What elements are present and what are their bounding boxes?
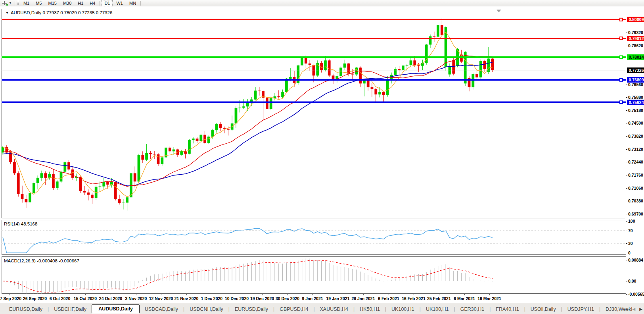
price-axis-tick: 0.72440 xyxy=(628,160,643,164)
time-axis-tick xyxy=(212,294,212,295)
price-badge: 0.75624 xyxy=(627,100,644,105)
timeframe-button-m30[interactable]: M30 xyxy=(60,0,74,6)
date-label: 16 Mar 2021 xyxy=(477,296,501,301)
top-toolbar: ▼ M1M5M15M30H1H4D1W1MN xyxy=(0,0,644,6)
timeframe-button-m15[interactable]: M15 xyxy=(45,0,59,6)
date-label: 6 Mar 2021 xyxy=(454,296,475,301)
mt4-chart-window: { "toolbar": { "tool_icon": "crosshair-c… xyxy=(0,0,644,314)
tab-uk100-h1[interactable]: UK100,H1 xyxy=(421,305,454,313)
macd-indicator-panel[interactable] xyxy=(2,256,626,294)
price-axis-tick: 0.75880 xyxy=(628,95,643,100)
tab-audusd-daily[interactable]: AUDUSD,Daily xyxy=(92,304,140,313)
tab-fra40-h1[interactable]: FRA40,H1 xyxy=(491,305,524,313)
tab-usdjpy-h1[interactable]: USDJPY,H1 xyxy=(562,305,599,313)
time-axis-tick xyxy=(186,294,187,295)
time-axis-tick xyxy=(312,294,313,295)
price-badge: 0.78014 xyxy=(627,54,644,60)
tab-hk50-h1[interactable]: HK50,H1 xyxy=(355,305,385,313)
time-axis-tick xyxy=(10,294,10,295)
tab-xauusd-h4[interactable]: XAUUSD,H4 xyxy=(315,305,354,313)
date-label: 30 Dec 2020 xyxy=(276,296,299,301)
tab-gbpusd-h4[interactable]: GBPUSD,H4 xyxy=(274,305,313,313)
time-axis-tick xyxy=(338,294,338,295)
chevron-down-icon[interactable]: ▼ xyxy=(9,1,12,5)
date-label: 6 Feb 2021 xyxy=(378,296,399,301)
date-label: 1 Dec 2020 xyxy=(201,296,222,301)
chart-tab-bar: EURUSD,Daily|USDCHF,DailyAUDUSD,DailyUSD… xyxy=(0,303,644,314)
rsi-axis-tick: 30 xyxy=(628,241,633,246)
price-badge: 0.77326 xyxy=(627,67,644,73)
timeframe-button-m1[interactable]: M1 xyxy=(21,0,32,6)
tab-eurusd-daily[interactable]: EURUSD,Daily xyxy=(4,305,48,313)
price-axis-tick: 0.74500 xyxy=(628,121,643,125)
toolbar-grip[interactable] xyxy=(17,1,19,6)
time-axis-tick xyxy=(288,294,288,295)
price-axis-tick: 0.70380 xyxy=(628,198,643,203)
date-label: 28 Jan 2021 xyxy=(352,296,375,301)
date-label: 26 Sep 2020 xyxy=(23,296,47,301)
macd-label: MACD(12,26,9) -0.000408 -0.000667 xyxy=(4,258,79,263)
crosshair-tool-icon[interactable] xyxy=(1,1,8,6)
date-label: 15 Oct 2020 xyxy=(74,296,97,301)
toolbar-separator xyxy=(100,1,100,6)
macd-axis-tick: 0.00 xyxy=(628,279,636,283)
time-axis-tick xyxy=(262,294,263,295)
timeframe-button-w1[interactable]: W1 xyxy=(113,0,126,6)
price-badge: 0.76809 xyxy=(627,77,644,83)
date-label: 24 Oct 2020 xyxy=(99,296,122,301)
date-label: 3 Nov 2020 xyxy=(125,296,147,301)
macd-axis-tick: 0.00884 xyxy=(628,258,643,262)
rsi-axis-tick: 100 xyxy=(628,219,635,223)
chart-shift-marker-icon[interactable] xyxy=(496,10,501,12)
timeframe-button-d1[interactable]: D1 xyxy=(102,0,113,6)
price-axis-tick: 0.73120 xyxy=(628,147,643,152)
time-axis-tick xyxy=(35,294,35,295)
tab-usdcnh-daily[interactable]: USDCNH,Daily xyxy=(184,305,228,313)
tab-scroll-right-icon[interactable]: ▶ xyxy=(639,307,642,311)
time-axis-tick xyxy=(85,294,86,295)
date-label: 12 Nov 2020 xyxy=(149,296,173,301)
time-axis-tick xyxy=(439,294,439,295)
toolbar-separator xyxy=(140,1,141,6)
tab-usoil-daily[interactable]: USOil,Daily xyxy=(525,305,561,313)
price-axis-line xyxy=(626,9,626,302)
date-label: 6 Oct 2020 xyxy=(50,296,71,301)
time-axis-tick xyxy=(363,294,364,295)
rsi-label: RSI(14) 48.5168 xyxy=(4,222,37,226)
timeframe-button-mn[interactable]: MN xyxy=(126,0,139,6)
date-label: 10 Dec 2020 xyxy=(225,296,249,301)
timeframe-button-h1[interactable]: H1 xyxy=(75,0,86,6)
date-label: 19 Jan 2021 xyxy=(326,296,350,301)
tab-ger30-h1[interactable]: GER30,H1 xyxy=(455,305,489,313)
price-axis-tick: 0.78620 xyxy=(628,43,643,48)
price-axis-tick: 0.69700 xyxy=(628,212,643,216)
time-axis-tick xyxy=(136,294,136,295)
date-label: 25 Feb 2021 xyxy=(427,296,451,301)
date-label: 9 Jan 2021 xyxy=(302,296,323,301)
tab-eurusd-daily[interactable]: EURUSD,Daily xyxy=(230,305,273,313)
chart-title: ▼AUDUSD,Daily 0.77937 0.78029 0.77235 0.… xyxy=(6,10,112,15)
tab-usdchf-daily[interactable]: USDCHF,Daily xyxy=(49,305,92,313)
price-chart-panel[interactable] xyxy=(2,9,626,218)
timeframe-button-h4[interactable]: H4 xyxy=(87,0,98,6)
collapse-triangle-icon[interactable]: ▼ xyxy=(6,11,9,15)
time-axis-tick xyxy=(389,294,389,295)
price-axis-tick: 0.71060 xyxy=(628,186,643,191)
date-label: 16 Feb 2021 xyxy=(402,296,426,301)
time-axis-tick xyxy=(414,294,414,295)
tab-usdcad-daily[interactable]: USDCAD,Daily xyxy=(140,305,183,313)
date-label: 19 Dec 2020 xyxy=(250,296,274,301)
tab-scroll-left-icon[interactable]: ◀ xyxy=(632,307,636,311)
timeframe-button-m5[interactable]: M5 xyxy=(33,0,44,6)
price-axis-tick: 0.71760 xyxy=(628,173,643,177)
rsi-axis-tick: 70 xyxy=(628,228,633,233)
time-axis-tick xyxy=(464,294,465,295)
price-axis-tick: 0.76560 xyxy=(628,82,643,87)
rsi-indicator-panel[interactable] xyxy=(2,220,626,255)
time-axis-tick xyxy=(489,294,490,295)
price-badge: 0.80009 xyxy=(627,17,644,22)
tab-dj30-weekly[interactable]: DJ30,Weekly xyxy=(600,305,632,313)
tab-uk100-h1[interactable]: UK100,H1 xyxy=(386,305,420,313)
price-axis-tick: 0.79320 xyxy=(628,30,643,35)
price-badge: 0.79012 xyxy=(627,36,644,41)
